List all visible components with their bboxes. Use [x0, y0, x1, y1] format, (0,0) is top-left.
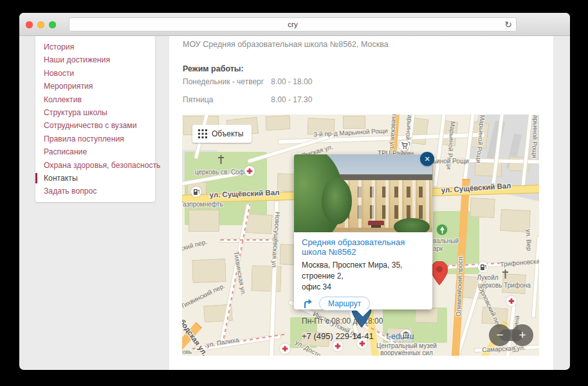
- window-zoom-button[interactable]: [49, 21, 56, 28]
- map-poi-label: Лукойл: [477, 274, 498, 281]
- window-close-button[interactable]: [26, 21, 33, 28]
- route-fork-icon[interactable]: [302, 298, 313, 309]
- red-map-pin[interactable]: [431, 261, 448, 288]
- active-item-indicator: [35, 173, 37, 183]
- browser-titlebar: сгу ↻: [19, 13, 570, 36]
- sidebar-item-news[interactable]: Новости: [35, 67, 155, 80]
- tree-icon: [437, 225, 447, 235]
- objects-button-label: Объекты: [212, 129, 244, 138]
- popup-phone: +7 (495) 229-14-41: [302, 331, 374, 341]
- sidebar-item-events[interactable]: Мероприятия: [35, 80, 155, 93]
- schedule-row: Пятница 8.00 - 17.30: [183, 95, 312, 104]
- popup-title-link[interactable]: Средняя образовательная школа №8562: [302, 237, 425, 257]
- window-minimize-button[interactable]: [37, 21, 44, 28]
- sidebar-item-timetable[interactable]: Расписание: [35, 145, 155, 158]
- zoom-in-button[interactable]: +: [511, 324, 533, 346]
- map-poi-label: Газпромнефть: [182, 201, 223, 208]
- page-title: МОУ Средняя образовательная школа №8562,…: [183, 40, 389, 49]
- map-canvas[interactable]: 3-й пр-д Марьиной Рощи Ямская ул. Марьин…: [182, 115, 539, 356]
- sidebar-item-admission-rules[interactable]: Правила поступления: [35, 133, 155, 145]
- school-photo: [294, 154, 432, 232]
- address-bar-text: сгу: [288, 21, 298, 28]
- map-poi-label: церковь св. Софии: [195, 169, 252, 176]
- schedule-day: Понедельник - четверг: [183, 77, 269, 86]
- fuel-station-icon: [191, 187, 201, 197]
- sidebar-item-achievements[interactable]: Наши достижения: [35, 53, 155, 66]
- map-poi-label: вооружённых сил: [380, 349, 433, 356]
- church-icon: [216, 154, 226, 165]
- sidebar-item-health-safety[interactable]: Охрана здоровья, безопасность: [35, 159, 155, 172]
- sidebar-item-ask-question[interactable]: Задать вопрос: [35, 185, 155, 198]
- map-street-label: ул. Вер: [525, 229, 533, 251]
- schedule-day: Пятница: [183, 95, 269, 104]
- address-bar[interactable]: сгу ↻: [69, 17, 517, 32]
- zoom-out-button[interactable]: −: [489, 324, 511, 346]
- sidebar-item-structure[interactable]: Структура школы: [35, 106, 155, 119]
- main-content: МОУ Средняя образовательная школа №8562,…: [169, 36, 553, 370]
- map-street-label: ский пер.: [182, 238, 208, 252]
- map-street-label: Олимпийский просп.: [455, 255, 464, 317]
- sidebar: История Наши достижения Новости Мероприя…: [35, 36, 155, 202]
- map-poi-label: вальный: [433, 237, 459, 244]
- sidebar-item-history[interactable]: История: [35, 41, 155, 53]
- schedule-hours: 8.00 - 17.30: [271, 95, 312, 104]
- church-icon: [500, 269, 510, 279]
- map-street-label: Трифоновская: [500, 257, 539, 268]
- browser-window: сгу ↻ История Наши достижения Новости Ме…: [19, 13, 570, 370]
- schedule-hours: 8.00 - 18.00: [271, 77, 312, 86]
- map-street-label: ковь: [182, 349, 192, 355]
- popup-address-line2: офис 34: [302, 282, 331, 291]
- medical-cross-icon: [244, 166, 255, 176]
- fuel-station-icon: [478, 262, 488, 272]
- sidebar-item-label: Контакты: [44, 174, 78, 183]
- medical-cross-icon: [333, 341, 343, 351]
- map-poi-label: Центральный музей: [376, 342, 437, 349]
- popup-close-button[interactable]: ✕: [420, 152, 434, 166]
- popup-address: Москва, Проспект Мира, 35, строение 2, о…: [302, 260, 425, 292]
- objects-button[interactable]: Объекты: [192, 125, 252, 143]
- popup-website-link[interactable]: f-edu.ru: [386, 332, 414, 342]
- schedule-row: Понедельник - четверг 8.00 - 18.00: [183, 77, 312, 86]
- sidebar-item-universities[interactable]: Сотрудничество с вузами: [35, 119, 155, 132]
- reload-icon[interactable]: ↻: [504, 19, 512, 30]
- medical-cross-icon: [506, 296, 517, 306]
- placemark-popup: ✕ Средняя образовател: [294, 154, 432, 309]
- medical-cross-icon: [280, 344, 290, 354]
- schedule-heading: Режим работы:: [183, 64, 244, 73]
- shopping-cart-icon: [399, 140, 409, 151]
- map-poi-label: арк: [433, 245, 443, 252]
- map-street-label: Марьиной Рощи: [531, 115, 539, 158]
- popup-tail: [356, 309, 370, 317]
- popup-address-line1: Москва, Проспект Мира, 35, строение 2,: [302, 261, 402, 280]
- window-controls: [26, 21, 56, 28]
- sidebar-item-staff[interactable]: Коллектив: [35, 93, 155, 106]
- popup-hours: Пн-Пт с 08:00 до 18:00: [302, 317, 425, 326]
- sidebar-item-contacts[interactable]: Контакты: [35, 172, 155, 185]
- map-zoom-controls: − +: [489, 324, 533, 346]
- grid-icon: [198, 129, 207, 138]
- map-poi-label: церковь Трифона: [478, 282, 531, 289]
